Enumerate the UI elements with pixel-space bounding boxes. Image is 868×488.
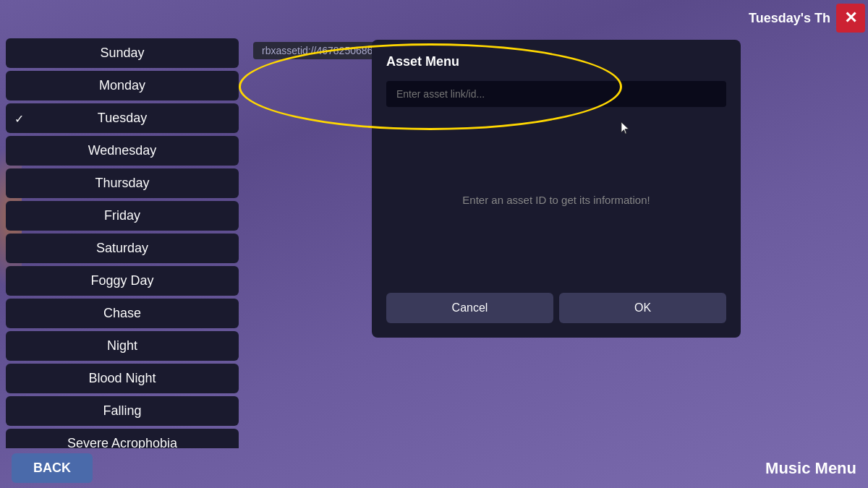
asset-info-text: Enter an asset ID to get its information… [386,194,726,206]
sidebar-item-friday[interactable]: Friday [6,201,239,231]
modal-buttons: Cancel OK [386,293,726,323]
bottom-bar: BACK Music Menu [0,448,868,488]
sidebar-item-tuesday[interactable]: ✓Tuesday [6,103,239,133]
cancel-button[interactable]: Cancel [386,293,553,323]
sidebar: SundayMonday✓TuesdayWednesdayThursdayFri… [0,33,244,448]
sidebar-item-falling[interactable]: Falling [6,396,239,426]
sidebar-item-saturday[interactable]: Saturday [6,234,239,263]
top-bar: Tuesday's Th ✕ [749,0,868,36]
sidebar-item-blood-night[interactable]: Blood Night [6,364,239,393]
close-button[interactable]: ✕ [836,4,865,33]
sidebar-item-foggy-day[interactable]: Foggy Day [6,266,239,296]
modal-overlay: Asset Menu Enter an asset ID to get its … [244,33,868,448]
sidebar-item-thursday[interactable]: Thursday [6,168,239,198]
main-panel: Tuesday's Th ✕ rbxassetid://4678250686 1… [0,0,868,488]
asset-modal-title: Asset Menu [386,54,726,69]
sidebar-item-sunday[interactable]: Sunday [6,38,239,68]
ok-button[interactable]: OK [559,293,726,323]
panel-title: Tuesday's Th [749,11,830,26]
music-menu-label: Music Menu [765,459,856,478]
sidebar-item-monday[interactable]: Monday [6,71,239,100]
back-button[interactable]: BACK [12,453,93,483]
sidebar-item-chase[interactable]: Chase [6,299,239,328]
sidebar-item-night[interactable]: Night [6,331,239,361]
asset-input[interactable] [386,81,726,107]
asset-modal: Asset Menu Enter an asset ID to get its … [372,40,741,338]
sidebar-item-wednesday[interactable]: Wednesday [6,136,239,166]
sidebar-item-severe-acrophobia[interactable]: Severe Acrophobia [6,429,239,448]
